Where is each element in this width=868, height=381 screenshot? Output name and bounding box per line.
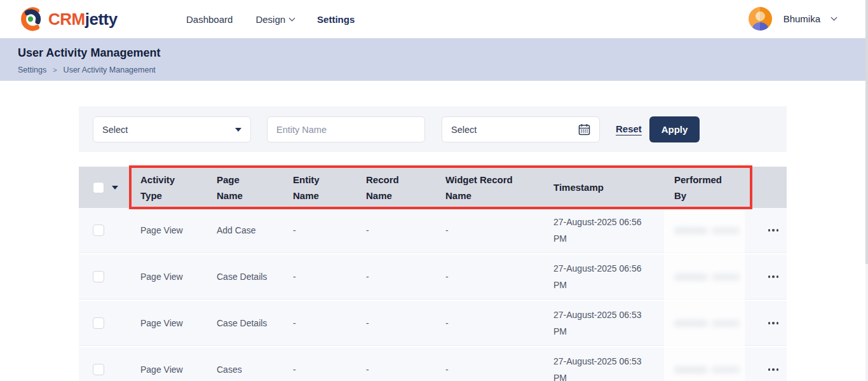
column-header-performed-by[interactable]: Performed By — [664, 172, 750, 204]
page-header-band: User Activity Management Settings > User… — [0, 38, 868, 81]
cell-actions — [750, 364, 787, 375]
avatar-head — [756, 11, 765, 21]
column-header-widget-record-name[interactable]: Widget Record Name — [435, 172, 543, 204]
cell-actions — [750, 272, 787, 282]
cell-entity-name: - — [283, 225, 356, 235]
select-all-cell — [79, 182, 130, 193]
cell-widget-record-name: - — [435, 272, 543, 282]
cell-record-name: - — [356, 364, 435, 375]
top-navigation: CRMjetty Dashboard Design Settings Bhumi… — [0, 0, 868, 38]
page-title: User Activity Management — [18, 46, 160, 60]
scrollbar-thumb[interactable] — [865, 0, 868, 264]
cell-widget-record-name: - — [435, 225, 543, 235]
column-header-page-name[interactable]: Page Name — [207, 172, 283, 204]
cell-page-name: Case Details — [207, 318, 283, 328]
avatar-body — [752, 22, 768, 31]
cell-timestamp: 27-August-2025 06:56 PM — [543, 214, 664, 247]
redacted-name — [674, 274, 750, 281]
cell-activity-type: Page View — [130, 318, 207, 328]
breadcrumb: Settings > User Activity Management — [18, 66, 156, 74]
nav-item-design-label: Design — [255, 14, 285, 25]
cell-record-name: - — [356, 225, 435, 235]
entity-name-field-wrap — [267, 116, 425, 142]
user-avatar — [749, 7, 772, 31]
column-header-timestamp[interactable]: Timestamp — [543, 179, 664, 195]
breadcrumb-settings[interactable]: Settings — [18, 66, 46, 74]
user-activity-management-page: CRMjetty Dashboard Design Settings Bhumi… — [0, 0, 868, 381]
cell-timestamp: 27-August-2025 06:53 PM — [543, 353, 664, 381]
row-actions-menu-icon[interactable] — [764, 364, 783, 375]
calendar-icon — [578, 123, 590, 135]
caret-down-icon — [235, 128, 241, 132]
cell-performed-by — [664, 227, 750, 234]
redacted-name — [674, 320, 750, 327]
row-checkbox[interactable] — [93, 317, 104, 329]
cell-activity-type: Page View — [130, 225, 207, 235]
cell-performed-by — [664, 366, 750, 373]
row-select-cell — [79, 271, 130, 282]
cell-entity-name: - — [283, 364, 356, 375]
table-row[interactable]: Page View Cases - - - 27-August-2025 06:… — [79, 347, 787, 381]
table-row[interactable]: Page View Add Case - - - 27-August-2025 … — [79, 208, 787, 253]
main-nav: Dashboard Design Settings — [186, 0, 355, 38]
row-actions-menu-icon[interactable] — [764, 272, 783, 282]
row-checkbox[interactable] — [93, 271, 104, 282]
row-select-cell — [79, 317, 130, 329]
column-header-entity-name[interactable]: Entity Name — [283, 172, 356, 204]
cell-record-name: - — [356, 272, 435, 282]
table-body: Page View Add Case - - - 27-August-2025 … — [79, 208, 787, 381]
cell-performed-by — [664, 320, 750, 327]
cell-activity-type: Page View — [130, 364, 207, 375]
column-header-record-name[interactable]: Record Name — [356, 172, 435, 204]
breadcrumb-separator-icon: > — [53, 66, 57, 74]
date-range-select-value: Select — [451, 125, 477, 135]
nav-item-design[interactable]: Design — [255, 14, 294, 25]
row-checkbox[interactable] — [93, 364, 104, 375]
row-checkbox[interactable] — [93, 225, 104, 236]
table-row[interactable]: Page View Case Details - - - 27-August-2… — [79, 301, 787, 345]
cell-timestamp: 27-August-2025 06:56 PM — [543, 260, 664, 293]
row-actions-menu-icon[interactable] — [764, 318, 783, 328]
apply-button[interactable]: Apply — [649, 116, 700, 142]
crmjetty-logo-icon — [18, 6, 44, 32]
nav-item-dashboard[interactable]: Dashboard — [186, 14, 233, 25]
date-range-select[interactable]: Select — [442, 116, 600, 142]
chevron-down-icon — [831, 15, 837, 21]
cell-page-name: Cases — [207, 364, 283, 375]
cell-timestamp: 27-August-2025 06:53 PM — [543, 307, 664, 340]
cell-activity-type: Page View — [130, 272, 207, 282]
entity-name-input[interactable] — [276, 125, 416, 135]
cell-widget-record-name: - — [435, 364, 543, 375]
chevron-down-icon — [289, 15, 295, 21]
reset-link[interactable]: Reset — [616, 123, 642, 134]
cell-record-name: - — [356, 318, 435, 328]
cell-entity-name: - — [283, 318, 356, 328]
user-menu[interactable]: Bhumika — [749, 7, 836, 31]
select-all-checkbox[interactable] — [93, 182, 104, 193]
column-header-activity-type[interactable]: Activity Type — [130, 172, 207, 204]
cell-page-name: Add Case — [207, 225, 283, 235]
table-header-row: Activity Type Page Name Entity Name Reco… — [79, 167, 787, 208]
cell-actions — [750, 318, 787, 328]
activity-table: Activity Type Page Name Entity Name Reco… — [79, 167, 787, 381]
cell-actions — [750, 225, 787, 235]
cell-performed-by — [664, 274, 750, 281]
redacted-name — [674, 366, 750, 373]
nav-item-settings[interactable]: Settings — [317, 14, 355, 25]
cell-widget-record-name: - — [435, 318, 543, 328]
table-row[interactable]: Page View Case Details - - - 27-August-2… — [79, 254, 787, 299]
row-select-cell — [79, 225, 130, 236]
select-all-caret-icon[interactable] — [112, 186, 118, 190]
cell-page-name: Case Details — [207, 272, 283, 282]
redacted-name — [674, 227, 750, 234]
breadcrumb-current: User Activity Management — [64, 66, 156, 74]
crmjetty-logo[interactable]: CRMjetty — [18, 6, 118, 32]
user-name: Bhumika — [783, 13, 820, 24]
cell-entity-name: - — [283, 272, 356, 282]
filter-bar: Select Select Reset Apply — [79, 106, 787, 152]
row-actions-menu-icon[interactable] — [764, 225, 783, 235]
logo-text: CRMjetty — [48, 10, 118, 29]
activity-type-select[interactable]: Select — [93, 116, 251, 142]
activity-type-select-value: Select — [102, 125, 128, 135]
row-select-cell — [79, 364, 130, 375]
